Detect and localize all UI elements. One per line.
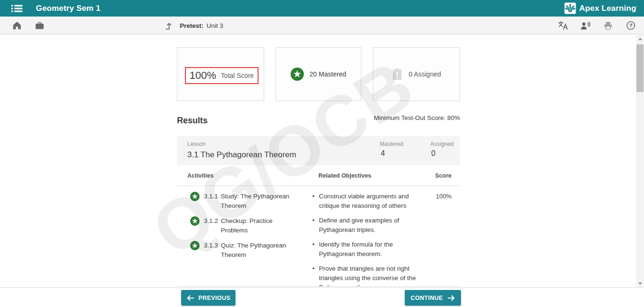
continue-button[interactable]: CONTINUE <box>405 290 461 306</box>
mastered-star-icon <box>190 240 200 251</box>
activity-code: 3.1.1 <box>204 192 221 201</box>
objectives-list: Construct viable arguments and critique … <box>312 192 426 287</box>
scrollbar-thumb[interactable] <box>636 44 644 92</box>
assigned-column-value: 0 <box>431 149 435 158</box>
mastered-count: 20 Mastered <box>309 70 346 78</box>
apex-logo-icon <box>564 2 576 14</box>
assigned-column-label: Assigned <box>430 141 453 147</box>
activity-title[interactable]: Study: The Pythagorean Theorem <box>221 192 301 211</box>
print-icon[interactable] <box>602 20 614 31</box>
activity-code: 3.1.2 <box>204 216 221 226</box>
mastered-column-value: 4 <box>381 149 385 158</box>
score-header: Score <box>435 172 452 179</box>
course-title: Geometry Sem 1 <box>36 4 100 13</box>
activity-row: 3.1.1 Study: The Pythagorean Theorem <box>190 192 308 211</box>
app-bar: Geometry Sem 1 Apex Learning· <box>0 0 644 17</box>
lesson-score-value: 100% <box>436 193 452 200</box>
menu-icon[interactable] <box>11 4 24 13</box>
svg-text:?: ? <box>629 23 632 28</box>
lesson-label: Lesson <box>187 141 206 147</box>
activity-title[interactable]: Quiz: The Pythagorean Theorem <box>221 241 301 260</box>
total-score-value: 100% <box>190 69 216 82</box>
arrow-right-icon <box>447 295 455 301</box>
activities-list: 3.1.1 Study: The Pythagorean Theorem 3.1… <box>190 192 308 265</box>
toolbar: Pretest: Unit 3 <box>0 17 644 34</box>
assigned-card: 0 Assigned <box>373 47 460 101</box>
scroll-up-icon[interactable] <box>636 35 644 43</box>
min-testout-note: Minimum Test-Out Score: 80% <box>318 114 460 121</box>
up-level-icon[interactable] <box>164 21 174 30</box>
briefcase-icon[interactable] <box>34 20 45 31</box>
lesson-title: 3.1 The Pythagorean Theorem <box>187 150 296 160</box>
activity-row: 3.1.3 Quiz: The Pythagorean Theorem <box>190 241 308 260</box>
translate-icon[interactable] <box>557 20 569 31</box>
previous-label: PREVIOUS <box>199 295 231 301</box>
scroll-down-icon[interactable] <box>636 280 644 287</box>
context-value: Unit 3 <box>207 22 223 29</box>
mastered-star-icon <box>291 68 304 81</box>
assigned-count: 0 Assigned <box>409 70 441 78</box>
vertical-scrollbar[interactable] <box>636 35 644 287</box>
help-icon[interactable]: ? <box>625 20 636 31</box>
previous-button[interactable]: PREVIOUS <box>181 290 235 306</box>
home-icon[interactable] <box>11 20 23 31</box>
activities-header: Activities <box>187 172 214 179</box>
lesson-header: Lesson 3.1 The Pythagorean Theorem Maste… <box>177 136 460 165</box>
objective-item: Construct viable arguments and critique … <box>312 192 418 211</box>
results-heading: Results <box>177 116 208 126</box>
mastered-star-icon <box>190 191 200 202</box>
brand-logo: Apex Learning· <box>564 0 637 17</box>
mastered-column-label: Mastered <box>380 141 403 147</box>
context-label: Pretest: <box>180 22 203 29</box>
page: Geometry Sem 1 Apex Learning· <box>0 0 644 307</box>
mastered-star-icon <box>190 216 200 226</box>
brand-name: Apex Learning· <box>579 4 637 13</box>
objective-item: Prove that triangles are not right trian… <box>312 264 418 287</box>
total-score-label: Total Score <box>221 72 254 79</box>
activity-code: 3.1.3 <box>204 241 221 250</box>
objective-item: Identify the formula for the Pythagorean… <box>312 240 418 259</box>
read-aloud-icon[interactable] <box>580 20 591 31</box>
total-score-card: 100% Total Score <box>177 47 264 101</box>
footer-bar: PREVIOUS CONTINUE <box>0 287 644 307</box>
arrow-left-icon <box>186 295 194 301</box>
total-score-highlight-box: 100% Total Score <box>185 67 259 84</box>
objectives-header: Related Objectives <box>318 172 371 179</box>
objective-item: Define and give examples of Pythagorean … <box>312 216 418 235</box>
activity-row: 3.1.2 Checkup: Practice Problems <box>190 216 308 235</box>
list-menu-icon <box>11 4 23 13</box>
mastered-card: 20 Mastered <box>276 47 361 101</box>
lesson-results-panel: Lesson 3.1 The Pythagorean Theorem Maste… <box>177 136 460 287</box>
breadcrumb: Pretest: Unit 3 <box>164 17 223 34</box>
activities-table-header: Activities Related Objectives Score <box>177 165 460 186</box>
continue-label: CONTINUE <box>410 295 443 301</box>
activity-title[interactable]: Checkup: Practice Problems <box>221 216 301 235</box>
assigned-icon <box>392 68 403 81</box>
